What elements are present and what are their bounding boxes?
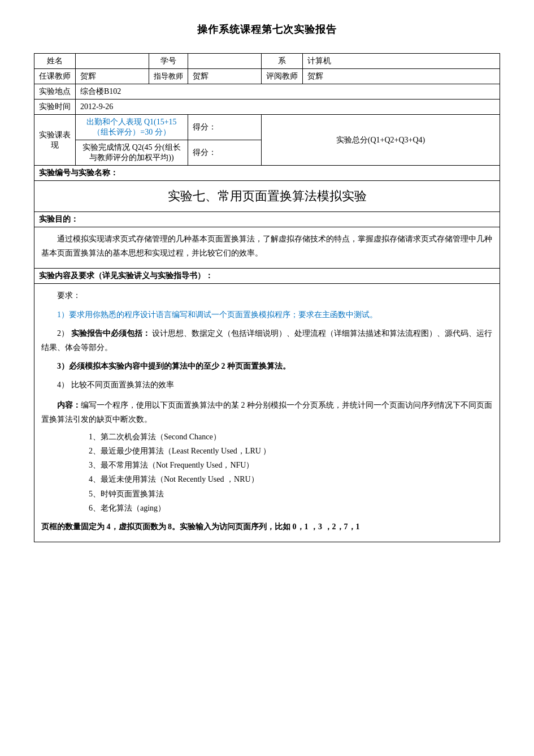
frames-info-text: 页框的数量固定为 4，虚拟页面数为 8。实验输入为访问页面序列，比如 0，1 ，… — [41, 522, 360, 531]
score1-label: 得分： — [188, 115, 262, 140]
experiment-id-section: 实验编号与实验名称： — [34, 166, 500, 181]
performance-label: 实验课表现 — [34, 115, 76, 166]
algorithms-list: 1、第二次机会算法（Second Chance） 2、最近最少使用算法（Leas… — [65, 430, 493, 515]
review-teacher-value: 贺辉 — [303, 69, 500, 84]
guide-teacher-label-text: 指导教师 — [154, 72, 183, 80]
algorithm-4: 4、最近未使用算法（Not Recently Used ，NRU） — [89, 472, 493, 486]
total-score: 实验总分(Q1+Q2+Q3+Q4) — [262, 115, 500, 166]
attendance-text: 出勤和个人表现 Q1(15+15（组长评分）=30 分） — [76, 115, 188, 140]
location-label: 实验地点 — [34, 84, 76, 100]
content-intro-label: 内容： — [57, 401, 81, 409]
item3-text: 3）必须模拟本实验内容中提到的算法中的至少 2 种页面置换算法。 — [41, 359, 493, 373]
guide-teacher-value: 贺辉 — [188, 69, 262, 84]
requirements-intro: 要求： — [41, 288, 493, 303]
name-value — [76, 54, 149, 69]
item2-prefix: 2） — [57, 329, 69, 338]
item1-text: 1）要求用你熟悉的程序设计语言编写和调试一个页面置换模拟程序；要求在主函数中测试… — [57, 308, 493, 322]
item1-content: 1）要求用你熟悉的程序设计语言编写和调试一个页面置换模拟程序；要求在主函数中测试… — [57, 310, 377, 319]
time-value: 2012-9-26 — [76, 100, 500, 115]
completion-text: 实验完成情况 Q2(45 分(组长与教师评分的加权平均)) — [76, 140, 188, 166]
requirements-content: 要求： 1）要求用你熟悉的程序设计语言编写和调试一个页面置换模拟程序；要求在主函… — [34, 284, 500, 542]
objective-content: 通过模拟实现请求页式存储管理的几种基本页面置换算法，了解虚拟存储技术的特点，掌握… — [34, 227, 500, 269]
algorithm-1: 1、第二次机会算法（Second Chance） — [89, 430, 493, 444]
teacher-label: 任课教师 — [34, 69, 76, 84]
teacher-value: 贺辉 — [76, 69, 149, 84]
content-intro: 内容：编写一个程序，使用以下页面置换算法中的某 2 种分别模拟一个分页系统，并统… — [41, 398, 493, 426]
info-table: 姓名 学号 系 计算机 任课教师 贺辉 指导教师 贺辉 评阅教师 贺辉 实验地点… — [34, 53, 500, 166]
frames-info: 页框的数量固定为 4，虚拟页面数为 8。实验输入为访问页面序列，比如 0，1 ，… — [41, 520, 493, 534]
algorithm-3: 3、最不常用算法（Not Frequently Used，NFU） — [89, 458, 493, 472]
algorithm-2: 2、最近最少使用算法（Least Recently Used，LRU ） — [89, 444, 493, 458]
algorithm-6: 6、老化算法（aging） — [89, 501, 493, 515]
guide-teacher-label: 指导教师 — [149, 69, 188, 84]
item4-text: 4） 比较不同页面置换算法的效率 — [41, 378, 493, 392]
objective-text: 通过模拟实现请求页式存储管理的几种基本页面置换算法，了解虚拟存储技术的特点，掌握… — [41, 232, 493, 260]
item2-bold: 实验报告中必须包括： — [71, 329, 150, 338]
name-label: 姓名 — [34, 54, 76, 69]
dept-label: 系 — [262, 54, 303, 69]
item2-text: 2） 实验报告中必须包括： 设计思想、数据定义（包括详细说明）、处理流程（详细算… — [41, 326, 493, 355]
requirements-label: 实验内容及要求（详见实验讲义与实验指导书）： — [34, 269, 500, 284]
content-intro-text: 编写一个程序，使用以下页面置换算法中的某 2 种分别模拟一个分页系统，并统计同一… — [41, 401, 492, 424]
page-title: 操作系统课程第七次实验报告 — [34, 23, 500, 36]
objective-label: 实验目的： — [34, 212, 500, 227]
time-label: 实验时间 — [34, 100, 76, 115]
student-id-label: 学号 — [149, 54, 188, 69]
location-value: 综合楼B102 — [76, 84, 500, 100]
student-id-value — [188, 54, 262, 69]
experiment-title: 实验七、常用页面置换算法模拟实验 — [34, 181, 500, 212]
review-teacher-label: 评阅教师 — [262, 69, 303, 84]
algorithm-5: 5、时钟页面置换算法 — [89, 487, 493, 501]
score2-label: 得分： — [188, 140, 262, 166]
dept-value: 计算机 — [303, 54, 500, 69]
item3-content: 3）必须模拟本实验内容中提到的算法中的至少 2 种页面置换算法。 — [57, 362, 290, 370]
